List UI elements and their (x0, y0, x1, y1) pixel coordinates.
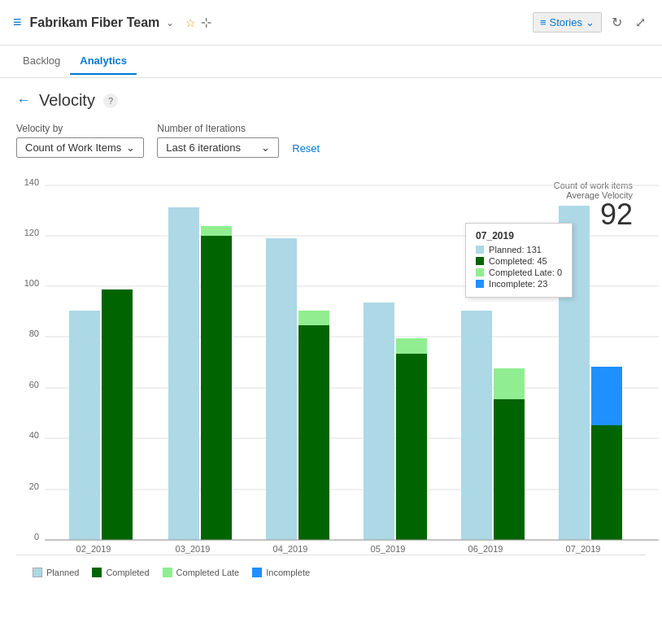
bar-04-completed[interactable] (298, 325, 329, 540)
tab-analytics[interactable]: Analytics (70, 48, 137, 75)
app-logo-icon: ≡ (13, 14, 22, 31)
tooltip-completed-late: Completed Late: 0 (476, 268, 562, 277)
svg-text:60: 60 (29, 380, 39, 389)
completed-late-color-icon (163, 568, 172, 577)
tooltip-planned: Planned: 131 (476, 245, 562, 255)
filters-bar: Velocity by Count of Work Items ⌄ Number… (16, 123, 646, 158)
incomplete-color-icon (252, 568, 262, 577)
legend-completed-label: Completed (106, 568, 149, 577)
bar-02-planned[interactable] (69, 311, 100, 540)
legend-completed: Completed (92, 568, 149, 577)
bar-07-incomplete[interactable] (591, 367, 622, 425)
tooltip-completed-icon (476, 257, 484, 265)
bar-06-planned[interactable] (461, 311, 492, 540)
iterations-chevron-icon: ⌄ (261, 141, 270, 154)
favorite-star-icon[interactable]: ☆ (185, 16, 196, 29)
velocity-by-label: Velocity by (16, 123, 144, 134)
legend-incomplete-label: Incomplete (266, 568, 310, 577)
reset-button[interactable]: Reset (292, 139, 320, 158)
bar-06-completed-late[interactable] (494, 368, 525, 399)
help-icon[interactable]: ? (103, 94, 118, 108)
bar-03-planned[interactable] (168, 207, 199, 540)
velocity-by-value: Count of Work Items (25, 141, 121, 154)
tooltip-completed-late-label: Completed Late: 0 (489, 268, 562, 277)
stories-icon: ≡ (540, 16, 547, 28)
refresh-button[interactable]: ↻ (608, 11, 625, 33)
bar-07-completed[interactable] (591, 425, 622, 540)
bar-05-completed[interactable] (396, 354, 427, 540)
tooltip-completed-label: Completed: 45 (489, 256, 547, 266)
svg-text:80: 80 (29, 329, 39, 338)
iterations-label: Number of Iterations (157, 123, 279, 134)
svg-text:03_2019: 03_2019 (176, 544, 211, 554)
iterations-filter: Number of Iterations Last 6 iterations ⌄ (157, 123, 279, 158)
velocity-by-filter: Velocity by Count of Work Items ⌄ (16, 123, 144, 158)
svg-text:140: 140 (24, 177, 39, 187)
iterations-select[interactable]: Last 6 iterations ⌄ (157, 137, 279, 158)
velocity-chart: Count of work items Average Velocity 92 … (16, 174, 646, 589)
completed-color-icon (92, 568, 102, 577)
svg-text:04_2019: 04_2019 (273, 544, 308, 554)
svg-text:07_2019: 07_2019 (566, 544, 601, 554)
svg-text:0: 0 (34, 532, 39, 542)
legend-incomplete: Incomplete (252, 568, 310, 577)
tooltip-incomplete: Incomplete: 23 (476, 279, 562, 289)
bar-06-completed[interactable] (494, 399, 525, 540)
stories-label: Stories (550, 16, 582, 28)
team-members-icon[interactable]: ⊹ (201, 15, 211, 30)
legend-completed-late-label: Completed Late (176, 568, 240, 577)
tooltip-planned-icon (476, 246, 484, 254)
page-header: ← Velocity ? (16, 91, 646, 110)
velocity-by-select[interactable]: Count of Work Items ⌄ (16, 137, 144, 158)
header-actions: ≡ Stories ⌄ ↻ ⤢ (533, 11, 649, 33)
svg-text:40: 40 (29, 430, 39, 440)
tooltip-incomplete-icon (476, 280, 484, 288)
app-header: ≡ Fabrikam Fiber Team ⌄ ☆ ⊹ ≡ Stories ⌄ … (0, 0, 662, 46)
bar-04-planned[interactable] (266, 238, 297, 540)
velocity-by-chevron-icon: ⌄ (126, 141, 135, 154)
stories-button[interactable]: ≡ Stories ⌄ (533, 12, 602, 33)
bar-03-completed-late[interactable] (201, 226, 232, 236)
team-chevron-icon[interactable]: ⌄ (166, 17, 174, 28)
bar-05-planned[interactable] (364, 302, 394, 540)
iterations-value: Last 6 iterations (166, 141, 241, 154)
page-content: ← Velocity ? Velocity by Count of Work I… (0, 78, 662, 602)
svg-text:06_2019: 06_2019 (468, 544, 503, 554)
stories-chevron-icon: ⌄ (586, 16, 594, 28)
tooltip-completed: Completed: 45 (476, 256, 562, 266)
planned-color-icon (33, 568, 42, 577)
page-title: Velocity (39, 91, 95, 110)
chart-tooltip: 07_2019 Planned: 131 Completed: 45 Compl… (465, 223, 573, 298)
team-name: Fabrikam Fiber Team (30, 15, 160, 30)
back-button[interactable]: ← (16, 92, 31, 109)
bar-02-completed[interactable] (102, 289, 133, 540)
svg-text:05_2019: 05_2019 (371, 544, 406, 554)
legend-planned-label: Planned (46, 568, 79, 577)
svg-text:20: 20 (29, 481, 39, 491)
tab-backlog[interactable]: Backlog (13, 48, 70, 75)
svg-text:100: 100 (24, 278, 39, 288)
expand-button[interactable]: ⤢ (632, 11, 649, 33)
tooltip-planned-label: Planned: 131 (489, 245, 542, 255)
legend-planned: Planned (33, 568, 79, 577)
bar-05-completed-late[interactable] (396, 338, 427, 354)
chart-legend: Planned Completed Completed Late Incompl… (16, 555, 646, 589)
bar-03-completed[interactable] (201, 236, 232, 540)
tooltip-title: 07_2019 (476, 230, 562, 242)
svg-text:120: 120 (24, 228, 39, 237)
svg-text:02_2019: 02_2019 (76, 544, 111, 554)
tooltip-completed-late-icon (476, 268, 484, 276)
legend-completed-late: Completed Late (163, 568, 240, 577)
bar-04-completed-late[interactable] (298, 311, 329, 325)
nav-tabs: Backlog Analytics (0, 46, 662, 78)
tooltip-incomplete-label: Incomplete: 23 (489, 279, 547, 289)
